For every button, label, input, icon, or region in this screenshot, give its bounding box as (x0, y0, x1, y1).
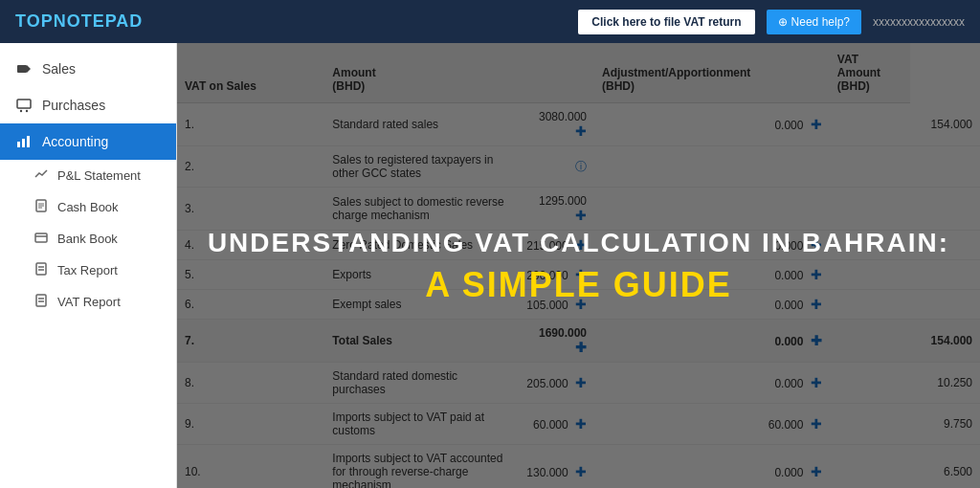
logo-notepad: Notepad (54, 11, 144, 31)
svg-marker-1 (27, 65, 31, 73)
sidebar-item-purchases[interactable]: Purchases (0, 87, 176, 123)
chart-icon (15, 133, 33, 150)
sidebar-item-sales[interactable]: Sales (0, 51, 176, 87)
logo: TopNotepad (15, 11, 143, 32)
account-id: xxxxxxxxxxxxxxxx (873, 15, 965, 29)
cart-icon (15, 97, 33, 114)
header-actions: Click here to file VAT return ⊕ Need hel… (578, 10, 965, 34)
logo-top: Top (15, 11, 54, 31)
svg-rect-2 (17, 100, 31, 108)
overlay-subtitle: A SIMPLE GUIDE (425, 265, 732, 305)
bankbook-label: Bank Book (57, 232, 118, 246)
svg-rect-7 (27, 136, 30, 147)
plus-circle-icon: ⊕ (778, 15, 788, 29)
sidebar-item-cash-book[interactable]: Cash Book (0, 191, 176, 223)
sales-label: Sales (42, 61, 76, 77)
sidebar-item-pl[interactable]: P&L Statement (0, 160, 176, 191)
vatreport-label: VAT Report (57, 295, 121, 309)
svg-rect-0 (17, 65, 27, 73)
cashbook-icon (34, 199, 48, 215)
file-vat-button[interactable]: Click here to file VAT return (578, 10, 754, 34)
article-overlay: UNDERSTANDING VAT CALCULATION IN BAHRAIN… (177, 43, 980, 488)
svg-rect-5 (17, 142, 20, 147)
sidebar: Sales Purchases Accounting P&L Statement… (0, 43, 177, 488)
cashbook-label: Cash Book (57, 200, 119, 214)
taxreport-label: Tax Report (57, 263, 118, 277)
top-header: TopNotepad Click here to file VAT return… (0, 0, 980, 43)
overlay-title: UNDERSTANDING VAT CALCULATION IN BAHRAIN… (208, 226, 949, 260)
sidebar-item-accounting[interactable]: Accounting (0, 123, 176, 160)
main-layout: Sales Purchases Accounting P&L Statement… (0, 43, 980, 488)
svg-rect-12 (35, 233, 47, 242)
bankbook-icon (34, 231, 48, 247)
taxreport-icon (34, 262, 48, 278)
tag-icon (15, 60, 33, 78)
accounting-label: Accounting (42, 134, 108, 149)
purchases-label: Purchases (42, 98, 105, 113)
vatreport-icon (34, 294, 48, 310)
help-button[interactable]: ⊕ Need help? (767, 10, 861, 34)
svg-point-3 (20, 110, 22, 112)
sidebar-item-bank-book[interactable]: Bank Book (0, 223, 176, 255)
svg-point-4 (26, 110, 28, 112)
sidebar-item-vat-report[interactable]: VAT Report (0, 286, 176, 318)
sidebar-item-tax-report[interactable]: Tax Report (0, 255, 176, 286)
content-area: VAT on Sales Amount (BHD) Adjustment/App… (177, 43, 980, 488)
trend-icon (34, 167, 48, 184)
pl-label: P&L Statement (57, 168, 141, 183)
svg-rect-17 (36, 295, 46, 306)
svg-rect-6 (22, 139, 25, 147)
svg-rect-14 (36, 263, 46, 275)
